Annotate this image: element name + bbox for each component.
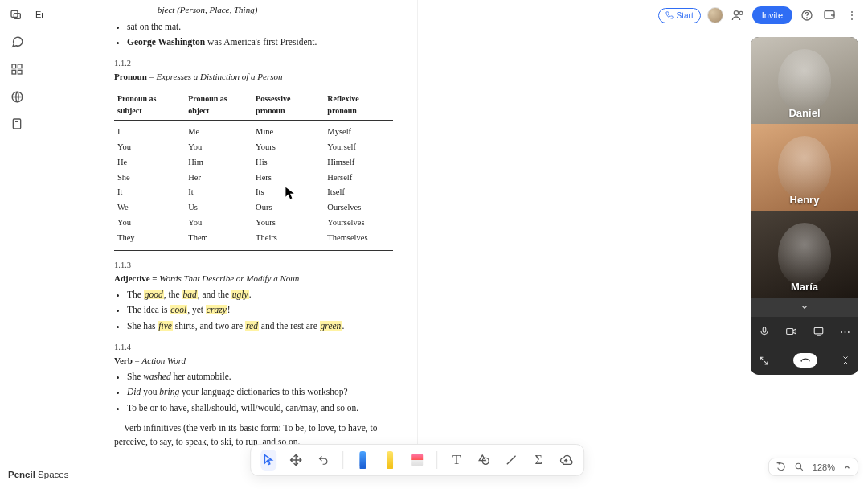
call-more-icon[interactable]: ⋯ <box>840 326 850 338</box>
more-menu-icon[interactable]: ⋮ <box>844 7 860 23</box>
svg-rect-5 <box>12 70 16 74</box>
zoom-reset-icon[interactable] <box>776 462 786 472</box>
pronoun-table-cell: Us <box>185 200 252 216</box>
doc-bullet: The idea is cool, yet crazy! <box>127 303 393 317</box>
svg-rect-14 <box>763 327 766 332</box>
pronoun-table-cell: Him <box>185 154 252 170</box>
video-tile-henry[interactable]: Henry <box>751 124 858 211</box>
pronoun-table-cell: Its <box>252 185 324 200</box>
pronoun-table-cell: Itself <box>324 185 393 200</box>
video-tile-daniel[interactable]: Daniel <box>751 37 858 124</box>
zoom-value[interactable]: 128% <box>813 462 835 472</box>
video-tile-maria[interactable]: María <box>751 211 858 298</box>
end-call-button[interactable] <box>793 353 817 368</box>
invite-button[interactable]: Invite <box>752 6 792 24</box>
pronoun-table-cell: Himself <box>324 154 393 170</box>
call-controls-row: ⋯ <box>751 317 858 346</box>
zoom-controls: 128% <box>768 458 858 476</box>
svg-rect-16 <box>814 327 823 334</box>
pronoun-table-cell: It <box>185 185 252 200</box>
pronoun-table-cell: He <box>114 154 185 170</box>
participant-name: Henry <box>751 194 858 206</box>
start-call-label: Start <box>677 11 694 20</box>
export-icon[interactable] <box>821 7 837 23</box>
svg-point-9 <box>734 11 738 15</box>
section-heading-partial: bject (Person, Place, Thing) <box>114 3 393 17</box>
pronoun-table-cell: Me <box>185 121 252 140</box>
drawing-toolbar: T Σ <box>250 444 584 476</box>
pronoun-table-cell: Herself <box>324 170 393 185</box>
text-tool[interactable]: T <box>448 450 465 471</box>
user-avatar[interactable] <box>707 7 723 23</box>
shapes-tool[interactable] <box>476 450 492 471</box>
doc-bullet: The good, the bad, and the ugly. <box>127 288 393 302</box>
pronoun-table-cell: She <box>114 170 185 185</box>
doc-bullet: George Washington was America's first Pr… <box>127 35 393 49</box>
pointer-tool[interactable] <box>260 450 276 471</box>
svg-rect-3 <box>12 64 16 68</box>
pronoun-table-cell: We <box>114 200 185 216</box>
participant-name: María <box>751 281 858 293</box>
pronoun-table-cell: They <box>114 230 185 245</box>
svg-rect-4 <box>18 64 22 68</box>
participants-icon[interactable] <box>730 7 746 23</box>
pronoun-table-cell: Yourselves <box>324 215 393 230</box>
globe-icon[interactable] <box>6 85 28 108</box>
svg-rect-8 <box>13 119 20 129</box>
boards-list-icon[interactable] <box>8 6 24 23</box>
pronoun-table-cell: Hers <box>252 170 324 185</box>
minimize-call-icon[interactable] <box>841 355 850 365</box>
document-viewport[interactable]: bject (Person, Place, Thing) sat on the … <box>43 0 417 450</box>
pronoun-table-header: Reflexive pronoun <box>324 89 393 121</box>
toolbar-divider <box>342 451 343 469</box>
doc-bullet: She washed her automobile. <box>127 370 393 384</box>
doc-bullet: To be or to have, shall/should, will/wou… <box>127 401 393 415</box>
zoom-menu-chevron-icon[interactable] <box>843 463 851 471</box>
pronoun-table-cell: Ours <box>252 200 324 216</box>
pronoun-table-cell: Yours <box>252 140 324 155</box>
document-content: bject (Person, Place, Thing) sat on the … <box>43 0 417 450</box>
svg-point-18 <box>796 463 801 469</box>
line-tool[interactable] <box>503 450 519 471</box>
pronoun-table-cell: Ourselves <box>324 200 393 216</box>
files-icon[interactable] <box>6 113 28 135</box>
equation-tool[interactable]: Σ <box>530 450 547 471</box>
doc-bullet: sat on the mat. <box>127 20 393 34</box>
expand-call-icon[interactable] <box>759 355 769 366</box>
screenshare-icon[interactable] <box>813 326 825 337</box>
highlighter-yellow-tool[interactable] <box>382 450 398 471</box>
move-tool[interactable] <box>288 450 304 471</box>
brand-footer: Pencil Spaces <box>8 470 68 479</box>
doc-bullet: She has five shirts, and two are red and… <box>127 319 393 333</box>
pronoun-table-cell: You <box>185 215 252 230</box>
section-1-1-3-label: Adjective = Words That Describe or Modif… <box>114 272 393 286</box>
section-1-1-4-number: 1.1.4 <box>114 341 393 354</box>
pronoun-table-cell: Theirs <box>252 230 324 245</box>
apps-grid-icon[interactable] <box>6 58 28 80</box>
pronoun-table-cell: Myself <box>324 121 393 140</box>
doc-bullet: Did you bring your language dictionaries… <box>127 385 393 399</box>
upload-tool[interactable] <box>558 450 574 471</box>
start-call-button[interactable]: Start <box>658 8 701 23</box>
eraser-tool[interactable] <box>409 450 425 471</box>
pronoun-table-header: Pronoun as subject <box>114 89 185 121</box>
pronoun-table-cell: Them <box>185 230 252 245</box>
pen-blue-tool[interactable] <box>354 450 371 471</box>
help-icon[interactable] <box>799 7 815 23</box>
chat-icon[interactable] <box>6 31 28 53</box>
camera-toggle-icon[interactable] <box>785 326 797 337</box>
pronoun-table-cell: It <box>114 185 185 200</box>
pronoun-table-cell: His <box>252 154 324 170</box>
pronoun-table-cell: I <box>114 121 185 140</box>
undo-button[interactable] <box>315 450 331 471</box>
pronoun-table: Pronoun as subjectPronoun as objectPosse… <box>114 89 393 245</box>
section-1-1-4-label: Verb = Action Word <box>114 354 393 368</box>
mic-toggle-icon[interactable] <box>759 326 770 337</box>
collapse-video-button[interactable] <box>751 298 858 317</box>
pronoun-table-cell: You <box>114 215 185 230</box>
pronoun-table-header: Possessive pronoun <box>252 89 324 121</box>
svg-rect-6 <box>18 70 22 74</box>
toolbar-divider <box>436 451 437 469</box>
pronoun-table-header: Pronoun as object <box>185 89 252 121</box>
zoom-fit-icon[interactable] <box>794 462 805 472</box>
